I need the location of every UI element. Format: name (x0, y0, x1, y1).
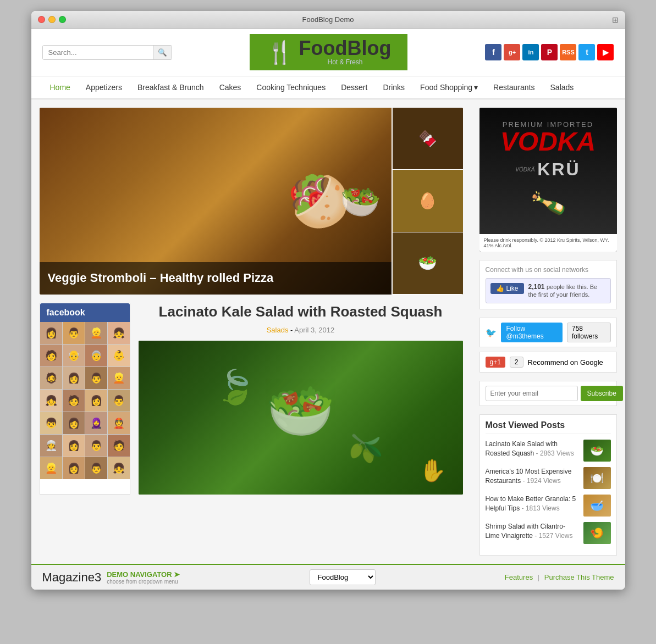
fb-face[interactable]: 👩 (63, 412, 85, 434)
footer-center: FoodBlog Option 1 Option 2 (310, 569, 376, 585)
nav-cakes[interactable]: Cakes (212, 76, 249, 98)
fb-face[interactable]: 👩 (63, 457, 85, 479)
fb-face[interactable]: 👩 (40, 322, 62, 344)
theme-dropdown[interactable]: FoodBlog Option 1 Option 2 (310, 569, 376, 585)
fb-face[interactable]: 👵 (85, 345, 107, 367)
facebook-like-button[interactable]: 👍 Like (490, 283, 524, 294)
logo-blog: Blog (347, 37, 391, 59)
like-count-number: 2,101 (528, 283, 545, 291)
nav-home[interactable]: Home (42, 76, 78, 98)
search-button[interactable]: 🔍 (153, 46, 172, 59)
thumb-1[interactable]: 🍫 (392, 108, 463, 170)
thumb-2[interactable]: 🥚 (392, 170, 463, 232)
fb-face[interactable]: 👨 (63, 322, 85, 344)
ad-brand-text: KRÜ (537, 159, 580, 180)
youtube-icon[interactable]: ▶ (597, 44, 614, 60)
facebook-icon[interactable]: f (485, 44, 501, 60)
fb-face[interactable]: 👴 (63, 345, 85, 367)
mv-item-2-thumb: 🍽️ (583, 467, 611, 489)
nav-appetizers[interactable]: Appetizers (78, 76, 130, 98)
fb-face[interactable]: 🧔 (40, 367, 62, 389)
ad-image: PREMIUM IMPORTED VODKA VÖDKÄ KRÜ 🍾 (479, 108, 617, 234)
most-viewed-widget: Most Viewed Posts Lacinato Kale Salad wi… (479, 414, 617, 556)
mv-item-1-views: - 2863 Views (536, 449, 574, 457)
nav-dessert[interactable]: Dessert (333, 76, 375, 98)
article-title: Lacinato Kale Salad with Roasted Squash (139, 303, 463, 321)
fb-face[interactable]: 👩 (85, 390, 107, 412)
logo-name: FoodBlog (299, 38, 392, 58)
pinterest-icon[interactable]: P (541, 44, 558, 60)
main-nav: Home Appetizers Breakfast & Brunch Cakes… (31, 76, 625, 99)
twitter-icon[interactable]: t (578, 44, 595, 60)
nav-salads[interactable]: Salads (543, 76, 582, 98)
featured-title: Veggie Stromboli – Healthy rolled Pizza (48, 270, 383, 286)
minimize-button[interactable] (48, 16, 56, 23)
nav-restaurants[interactable]: Restaurants (486, 76, 542, 98)
logo-tagline: Hot & Fresh (299, 58, 392, 66)
fb-face[interactable]: 👱 (40, 457, 62, 479)
article-category[interactable]: Salads (267, 326, 289, 334)
thumb-3[interactable]: 🥗 (392, 232, 463, 295)
purchase-link[interactable]: Purchase This Theme (544, 573, 614, 581)
facebook-header: facebook (40, 303, 130, 322)
rss-icon[interactable]: RSS (560, 44, 576, 60)
fb-face[interactable]: 👨 (108, 390, 130, 412)
most-viewed-item-1: Lacinato Kale Salad with Roasted Squash … (486, 440, 611, 462)
twitter-bird-icon: 🐦 (486, 327, 497, 338)
gplus-widget: g+1 2 Recommend on Google (479, 352, 617, 373)
features-link[interactable]: Features (505, 573, 533, 581)
featured-thumbnails: 🍫 🥚 🥗 (392, 108, 463, 295)
fb-face[interactable]: 👱 (85, 322, 107, 344)
twitter-follow-button[interactable]: Follow @m3themes (501, 323, 563, 342)
fb-face[interactable]: 👱 (108, 367, 130, 389)
most-viewed-item-3: How to Make Better Granola: 5 Helpful Ti… (486, 495, 611, 517)
mv-item-2-text: America's 10 Most Expensive Restaurants … (486, 467, 578, 486)
nav-drinks[interactable]: Drinks (375, 76, 412, 98)
fb-face[interactable]: 👳 (40, 435, 62, 457)
fb-face[interactable]: 👨 (85, 367, 107, 389)
nav-food-shopping[interactable]: Food Shopping (412, 76, 486, 98)
fb-face[interactable]: 👨 (85, 457, 107, 479)
fb-face[interactable]: 👩 (63, 435, 85, 457)
fb-face[interactable]: 🧑 (63, 390, 85, 412)
twitter-follow-widget: 🐦 Follow @m3themes 758 followers (479, 318, 617, 347)
site-logo: 🍴 FoodBlog Hot & Fresh (250, 34, 408, 70)
footer-separator: | (538, 573, 542, 581)
fb-face[interactable]: 👧 (108, 457, 130, 479)
fb-face[interactable]: 👲 (108, 412, 130, 434)
mv-item-1-thumb: 🥗 (583, 440, 611, 462)
fb-face[interactable]: 👨 (85, 435, 107, 457)
email-input[interactable] (486, 386, 578, 401)
gplus-count: 2 (510, 357, 523, 368)
sidebar: PREMIUM IMPORTED VODKA VÖDKÄ KRÜ 🍾 Pleas… (471, 99, 625, 564)
article-content: Lacinato Kale Salad with Roasted Squash … (139, 303, 463, 495)
close-button[interactable] (38, 16, 45, 23)
fb-face[interactable]: 🧕 (85, 412, 107, 434)
fb-face[interactable]: 👩 (63, 367, 85, 389)
demo-navigator: DEMO NAVIGATOR ➤ choose from dropdown me… (107, 570, 180, 585)
search-input[interactable] (43, 46, 153, 59)
nav-cooking-techniques[interactable]: Cooking Techniques (249, 76, 333, 98)
maximize-button[interactable] (59, 16, 66, 23)
fb-face[interactable]: 🧑 (108, 435, 130, 457)
expand-icon[interactable]: ⊞ (612, 15, 619, 24)
search-box: 🔍 (42, 45, 172, 60)
fork-icon: 🍴 (266, 40, 294, 65)
most-viewed-item-4: Shrimp Salad with Cilantro-Lime Vinaigre… (486, 522, 611, 544)
like-count: 2,101 people like this. Be the first of … (528, 283, 606, 298)
fb-face[interactable]: 👧 (108, 322, 130, 344)
gplus-button[interactable]: g+1 (486, 357, 505, 368)
googleplus-icon[interactable]: g+ (504, 44, 520, 60)
fb-face[interactable]: 🧑 (40, 345, 62, 367)
facebook-like-info: 2,101 people like this. Be the first of … (528, 283, 606, 298)
fb-face[interactable]: 👦 (40, 412, 62, 434)
window-title: FoodBlog Demo (302, 15, 354, 24)
fb-face[interactable]: 👶 (108, 345, 130, 367)
fb-face[interactable]: 👧 (40, 390, 62, 412)
subscribe-button[interactable]: Subscribe (581, 386, 623, 401)
social-connect-widget: Connect with us on social networks 👍 Lik… (479, 260, 617, 309)
nav-breakfast[interactable]: Breakfast & Brunch (130, 76, 212, 98)
article-image: 🥗 🍃 🫒 ✋ (139, 341, 463, 495)
linkedin-icon[interactable]: in (522, 44, 539, 60)
twitter-follower-count: 758 followers (567, 323, 611, 342)
